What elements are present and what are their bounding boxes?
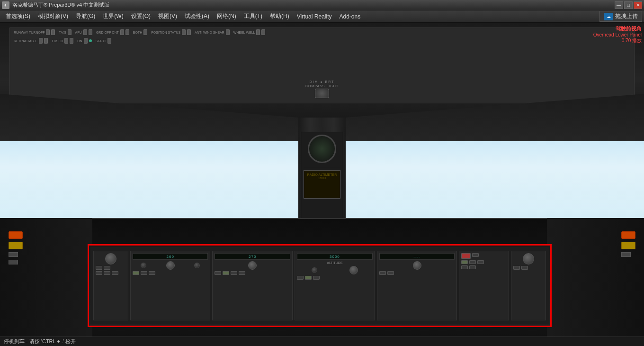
switch-taxi[interactable] bbox=[68, 29, 72, 35]
right-btn-yellow[interactable] bbox=[621, 242, 635, 249]
window-controls[interactable]: — □ ✕ bbox=[615, 1, 642, 9]
switch-retractable-2[interactable] bbox=[44, 38, 48, 44]
switch-grd-1[interactable] bbox=[120, 29, 124, 35]
minimize-button[interactable]: — bbox=[615, 1, 623, 9]
switch-runway-turnoff-2[interactable] bbox=[51, 29, 55, 35]
alt-knob[interactable] bbox=[349, 266, 358, 274]
menu-item-world[interactable]: 世界(W) bbox=[99, 11, 127, 21]
switch-fused-2[interactable] bbox=[70, 38, 73, 44]
switch-fused-1[interactable] bbox=[64, 38, 68, 44]
panel-btn-5[interactable] bbox=[112, 271, 118, 275]
vs-btn-1[interactable] bbox=[379, 271, 386, 275]
compass-knob[interactable] bbox=[315, 89, 329, 98]
instrument-panel: RADIO ALTIMETER 2500 bbox=[301, 132, 343, 227]
alt-btn-1[interactable] bbox=[297, 276, 304, 280]
menu-item-addons[interactable]: Add-ons bbox=[335, 12, 364, 21]
hdg-btn-2[interactable] bbox=[223, 271, 229, 275]
menu-item-model[interactable]: 模拟对象(V) bbox=[34, 11, 72, 21]
left-btn-small-1[interactable] bbox=[9, 252, 18, 257]
ap-btn-2[interactable] bbox=[461, 260, 468, 264]
panel-btn-1[interactable] bbox=[96, 266, 102, 270]
hdg-btn-1[interactable] bbox=[215, 271, 221, 275]
ap-btn-6[interactable] bbox=[469, 265, 476, 269]
switch-wheel-1[interactable] bbox=[256, 29, 260, 35]
annotation-subtitle: Overhead Lower Panel bbox=[593, 32, 642, 37]
alt-knob-small[interactable] bbox=[312, 267, 317, 273]
sw-label-pos: POSITION STATUS bbox=[151, 31, 180, 34]
heading-knob[interactable] bbox=[248, 261, 257, 270]
ap-btn-5[interactable] bbox=[461, 265, 468, 269]
panel-section-ap bbox=[459, 251, 509, 320]
ap-btn-3[interactable] bbox=[469, 260, 476, 264]
panel-section-heading: 270 bbox=[212, 251, 293, 320]
panel-btn-4[interactable] bbox=[104, 271, 110, 275]
switch-retractable-1[interactable] bbox=[39, 38, 43, 44]
switch-apu[interactable] bbox=[83, 29, 87, 35]
alt-btn-row bbox=[297, 276, 373, 280]
switch-apu-2[interactable] bbox=[89, 29, 92, 35]
ap-btn-4[interactable] bbox=[477, 260, 484, 264]
hdg-btn-3[interactable] bbox=[231, 271, 237, 275]
btn-row-1 bbox=[96, 266, 126, 270]
switch-group-pos: POSITION STATUS bbox=[151, 29, 191, 35]
close-button[interactable]: ✕ bbox=[634, 1, 642, 9]
speed-btn-3[interactable] bbox=[149, 271, 155, 275]
indicator-on bbox=[89, 39, 92, 42]
upload-button[interactable]: ☁ 拖拽上传 bbox=[599, 11, 642, 22]
speed-knob[interactable] bbox=[166, 261, 175, 270]
hdg-btn-4[interactable] bbox=[239, 271, 245, 275]
speed-subknob-2[interactable] bbox=[194, 263, 200, 268]
menu-item-network[interactable]: 网络(N) bbox=[213, 11, 240, 21]
menu-item-settings[interactable]: 设置(O) bbox=[127, 11, 154, 21]
ap-btn-1[interactable] bbox=[472, 253, 479, 257]
left-btn-small-2[interactable] bbox=[9, 260, 18, 264]
switch-start[interactable] bbox=[107, 38, 111, 44]
menu-item-vr[interactable]: Virtual Reality bbox=[293, 12, 336, 21]
right-panel-btn-1[interactable] bbox=[513, 266, 520, 270]
alt-btn-2[interactable] bbox=[305, 276, 312, 280]
switch-group-fused: FUSED bbox=[52, 38, 73, 44]
right-panel-btn-2[interactable] bbox=[521, 266, 528, 270]
knob-row-alt bbox=[297, 266, 373, 274]
switch-wheel-2[interactable] bbox=[261, 29, 265, 35]
speed-subknob-1[interactable] bbox=[141, 263, 146, 268]
menu-item-experimental[interactable]: 试验性(A) bbox=[181, 11, 213, 21]
panel-btn-3[interactable] bbox=[96, 271, 102, 275]
switch-group-anti: ANTI WIND SHEAR bbox=[195, 29, 230, 35]
switch-on[interactable] bbox=[84, 38, 88, 44]
left-btn-yellow[interactable] bbox=[9, 242, 23, 249]
switch-row-2: RETRACTABLE FUSED ON START bbox=[10, 36, 634, 45]
menu-bar: 首选项(S) 模拟对象(V) 导航(G) 世界(W) 设置(O) 视图(V) 试… bbox=[0, 10, 644, 23]
alt-btn-3[interactable] bbox=[313, 276, 320, 280]
switch-anti[interactable] bbox=[226, 29, 230, 35]
menu-item-file[interactable]: 首选项(S) bbox=[2, 11, 34, 21]
sw-label-grd: GRD OFF CNT bbox=[96, 31, 119, 34]
speed-btn-1[interactable] bbox=[133, 271, 139, 275]
speed-btn-row bbox=[133, 271, 208, 275]
menu-item-view[interactable]: 视图(V) bbox=[154, 11, 181, 21]
ap-disengage-btn[interactable] bbox=[461, 253, 471, 259]
right-btn-small-1[interactable] bbox=[621, 252, 631, 257]
menu-item-tools[interactable]: 工具(T) bbox=[240, 11, 266, 21]
switch-pos-1[interactable] bbox=[182, 29, 186, 35]
switch-runway-turnoff[interactable] bbox=[46, 29, 50, 35]
large-knob-left[interactable] bbox=[105, 253, 116, 264]
vs-btn-2[interactable] bbox=[387, 271, 394, 275]
switch-pos-2[interactable] bbox=[187, 29, 191, 35]
switch-both[interactable] bbox=[143, 29, 147, 35]
vs-knob[interactable] bbox=[413, 261, 421, 270]
heading-display: 270 bbox=[215, 253, 290, 260]
panel-section-vs: ---- bbox=[377, 251, 457, 320]
menu-item-nav[interactable]: 导航(G) bbox=[72, 11, 99, 21]
large-knob-right[interactable] bbox=[523, 253, 534, 264]
left-btn-fire[interactable] bbox=[9, 231, 23, 239]
panel-btn-2[interactable] bbox=[104, 266, 110, 270]
right-btn-1[interactable] bbox=[621, 231, 635, 239]
menu-right: ☁ 拖拽上传 bbox=[599, 11, 642, 22]
switch-grd-2[interactable] bbox=[125, 29, 129, 35]
speed-btn-2[interactable] bbox=[141, 271, 147, 275]
upload-label: 拖拽上传 bbox=[615, 12, 638, 20]
maximize-button[interactable]: □ bbox=[624, 1, 633, 9]
status-text: 停机刹车 - 请按 'CTRL + .' 松开 bbox=[4, 338, 76, 345]
menu-item-help[interactable]: 帮助(H) bbox=[266, 11, 293, 21]
